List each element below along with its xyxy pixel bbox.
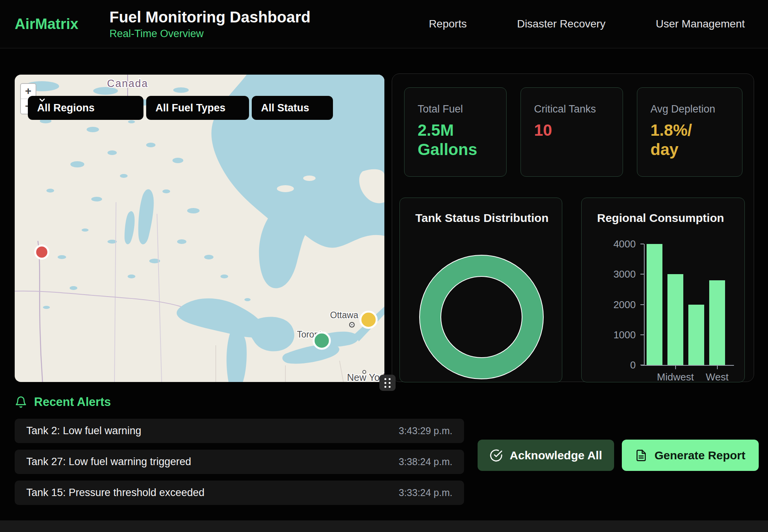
bell-icon [15, 396, 27, 409]
regional-consumption-card: Regional Consumption 01000200030004000Mi… [581, 198, 745, 382]
document-icon [635, 449, 647, 462]
recent-alerts-title: Recent Alerts [34, 395, 111, 409]
y-tick-mark [640, 304, 644, 305]
check-circle-icon [490, 449, 503, 462]
map-label-canada: Canada [107, 78, 148, 89]
generate-report-button[interactable]: Generate Report [622, 440, 759, 471]
nav-item-reports[interactable]: Reports [429, 18, 467, 30]
stat-card: Critical Tanks 10 [521, 87, 623, 177]
stats-row: Total Fuel 2.5M Gallons Critical Tanks 1… [404, 87, 742, 177]
map-label-newyork: New York [347, 372, 384, 382]
map-canvas: Canada Ottawa Toronto New York [15, 75, 384, 382]
stat-value: 1.8%/ day [650, 121, 742, 160]
recent-alerts-header: Recent Alerts [15, 395, 111, 409]
page-subtitle: Real-Time Overview [109, 28, 311, 40]
x-tick-mark [717, 366, 718, 369]
y-tick-mark [640, 274, 644, 275]
tank-marker-critical [35, 246, 48, 259]
generate-report-label: Generate Report [654, 449, 745, 462]
alert-message: Tank 15: Pressure threshold exceeded [26, 487, 205, 499]
stat-label: Total Fuel [418, 103, 506, 115]
bar-region-3[interactable] [688, 305, 704, 365]
alert-timestamp: 3:33:24 p.m. [399, 487, 452, 498]
app-header: AirMatrix Fuel Monitoring Dashboard Real… [0, 0, 768, 48]
donut-hole [440, 276, 522, 358]
stat-value: 10 [534, 121, 623, 140]
stat-label: Critical Tanks [534, 103, 623, 115]
bar-West[interactable] [709, 280, 725, 365]
nav-item-disaster-recovery[interactable]: Disaster Recovery [517, 18, 606, 30]
y-tick-mark [640, 334, 644, 335]
acknowledge-all-label: Acknowledge All [510, 449, 602, 462]
map-filters: All Regions All Fuel Types All Status [28, 96, 333, 120]
alert-row[interactable]: Tank 15: Pressure threshold exceeded 3:3… [15, 481, 464, 505]
map-filter-select[interactable]: All Status [252, 96, 333, 120]
filter-label: All Fuel Types [155, 102, 225, 114]
map-filter-select[interactable]: All Fuel Types [146, 96, 249, 120]
acknowledge-all-button[interactable]: Acknowledge All [478, 440, 614, 471]
y-tick-label: 3000 [585, 268, 636, 280]
stat-card: Avg Depletion 1.8%/ day [637, 87, 742, 177]
x-tick-mark [675, 366, 676, 369]
map-label-ottawa: Ottawa [330, 310, 358, 320]
x-tick-label: West [690, 371, 744, 383]
alert-message: Tank 2: Low fuel warning [26, 425, 141, 437]
bar-region-1[interactable] [647, 244, 662, 365]
main-nav: ReportsDisaster RecoveryUser Management [429, 0, 745, 48]
y-axis [644, 244, 645, 366]
filter-label: All Status [261, 102, 309, 114]
tank-status-card: Tank Status Distribution [399, 198, 562, 382]
map-resize-handle[interactable] [379, 375, 396, 391]
overview-panel: Total Fuel 2.5M Gallons Critical Tanks 1… [392, 73, 754, 382]
alert-row[interactable]: Tank 2: Low fuel warning 3:43:29 p.m. [15, 419, 464, 443]
y-tick-label: 2000 [585, 299, 636, 311]
y-tick-label: 0 [585, 359, 636, 371]
alert-row[interactable]: Tank 27: Low fuel warning triggered 3:38… [15, 450, 464, 474]
fuel-map[interactable]: Canada Ottawa Toronto New York + − All R… [15, 75, 384, 382]
title-block: Fuel Monitoring Dashboard Real-Time Over… [109, 9, 311, 40]
regional-consumption-bar-chart[interactable]: 01000200030004000MidwestWest [582, 198, 745, 383]
stat-value: 2.5M Gallons [418, 121, 506, 160]
footer-strip [0, 520, 768, 532]
nav-item-user-management[interactable]: User Management [656, 18, 745, 30]
donut-chart-title: Tank Status Distribution [415, 211, 548, 225]
brand-logo[interactable]: AirMatrix [15, 16, 104, 32]
tank-marker-warning [360, 312, 377, 328]
alert-message: Tank 27: Low fuel warning triggered [26, 456, 191, 468]
y-tick-label: 1000 [585, 329, 636, 341]
y-tick-mark [640, 365, 644, 365]
alert-timestamp: 3:38:24 p.m. [399, 456, 452, 467]
alert-timestamp: 3:43:29 p.m. [399, 425, 452, 437]
x-axis [641, 365, 734, 366]
stat-label: Avg Depletion [650, 103, 742, 115]
bar-Midwest[interactable] [667, 274, 683, 365]
y-tick-mark [640, 244, 644, 244]
dashboard-screen: AirMatrix Fuel Monitoring Dashboard Real… [0, 0, 768, 532]
page-title: Fuel Monitoring Dashboard [109, 9, 311, 26]
stat-card: Total Fuel 2.5M Gallons [404, 87, 507, 177]
tank-status-donut-chart[interactable] [419, 255, 544, 379]
chevron-down-icon [38, 96, 46, 104]
y-tick-label: 4000 [585, 238, 636, 250]
tank-marker-normal [314, 332, 330, 349]
